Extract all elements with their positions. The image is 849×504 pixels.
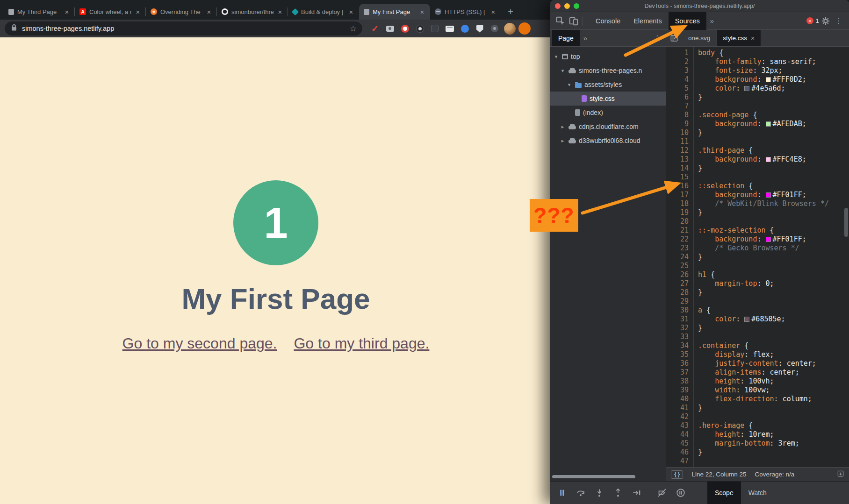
line-number[interactable]: 46 (666, 448, 693, 457)
color-swatch[interactable] (766, 237, 771, 242)
line-number[interactable]: 33 (666, 333, 693, 341)
color-swatch[interactable] (744, 317, 749, 322)
line-number[interactable]: 32 (666, 324, 693, 333)
error-badge[interactable]: 1 (806, 17, 819, 24)
line-number[interactable]: 35 (666, 350, 693, 359)
tree-item-style-css[interactable]: style.css (550, 92, 666, 106)
line-number[interactable]: 23 (666, 244, 693, 253)
devtools-tab-elements[interactable]: Elements (627, 12, 668, 30)
line-number[interactable]: 28 (666, 288, 693, 297)
line-number[interactable]: 8 (666, 111, 693, 120)
annotate-check-icon[interactable] (369, 22, 381, 35)
color-swatch[interactable] (766, 192, 771, 198)
line-number[interactable]: 43 (666, 421, 693, 430)
line-number[interactable]: 31 (666, 315, 693, 324)
line-number[interactable]: 39 (666, 386, 693, 395)
line-number[interactable]: 27 (666, 279, 693, 288)
tree-item-top[interactable]: top (550, 50, 666, 64)
line-number[interactable]: 17 (666, 191, 693, 199)
card-extension-icon[interactable] (444, 22, 456, 35)
navigator-tab-page[interactable]: Page (552, 30, 580, 46)
code-editor[interactable]: 1body {2 font-family: sans-serif;3 font-… (666, 47, 849, 467)
device-toolbar-icon[interactable] (567, 14, 580, 28)
close-window-button[interactable] (555, 3, 561, 9)
disclosure-triangle[interactable] (560, 138, 566, 144)
tab-close-icon[interactable] (206, 8, 212, 16)
line-number[interactable]: 21 (666, 226, 693, 235)
line-number[interactable]: 15 (666, 173, 693, 182)
minimize-window-button[interactable] (564, 3, 570, 9)
tab-close-icon[interactable] (64, 8, 70, 16)
step-into-icon[interactable] (592, 486, 606, 500)
navigator-more-tabs-icon[interactable] (580, 34, 591, 42)
color-swatch[interactable] (766, 77, 771, 82)
line-number[interactable]: 18 (666, 199, 693, 208)
browser-tab-https-ssl-n[interactable]: HTTPS (SSL) | N (430, 4, 501, 20)
devtools-menu-icon[interactable] (832, 16, 845, 25)
more-tabs-chevron-icon[interactable] (706, 17, 718, 25)
line-number[interactable]: 10 (666, 128, 693, 137)
line-number[interactable]: 11 (666, 137, 693, 146)
deactivate-breakpoints-icon[interactable] (655, 486, 669, 500)
settings-gear-icon[interactable] (819, 14, 832, 28)
profile-avatar[interactable] (504, 22, 516, 35)
line-number[interactable]: 12 (666, 146, 693, 155)
line-number[interactable]: 44 (666, 430, 693, 439)
line-number[interactable]: 3 (666, 66, 693, 75)
dark-extension-icon[interactable] (414, 22, 426, 35)
line-number[interactable]: 25 (666, 262, 693, 270)
line-number[interactable]: 37 (666, 368, 693, 377)
tree-item-simons-three-pages-n[interactable]: simons-three-pages.n (550, 64, 666, 78)
line-number[interactable]: 2 (666, 57, 693, 66)
camera-icon[interactable] (384, 22, 396, 35)
disclosure-triangle[interactable] (560, 68, 566, 74)
tree-item-d33wubrfki0l68-cloud[interactable]: d33wubrfki0l68.cloud (550, 134, 666, 148)
editor-tab-one-svg[interactable]: one.svg (682, 30, 717, 46)
bookmark-star-icon[interactable] (350, 24, 357, 34)
color-swatch[interactable] (744, 86, 749, 91)
disclosure-triangle[interactable] (553, 54, 559, 60)
line-number[interactable]: 47 (666, 457, 693, 466)
record-icon[interactable] (399, 22, 411, 35)
tab-close-icon[interactable] (348, 8, 354, 16)
tab-close-icon[interactable] (751, 35, 755, 42)
browser-tab-color-wheel-a-co[interactable]: Color wheel, a co (75, 4, 146, 20)
line-number[interactable]: 29 (666, 297, 693, 306)
line-number[interactable]: 4 (666, 75, 693, 84)
line-number[interactable]: 42 (666, 412, 693, 421)
pause-icon[interactable] (555, 486, 569, 500)
blue-dot-extension-icon[interactable] (459, 22, 471, 35)
pin-extension-icon[interactable] (489, 22, 501, 35)
line-number[interactable]: 26 (666, 270, 693, 279)
link-third-page[interactable]: Go to my third page. (294, 335, 429, 352)
sidebar-tab-scope[interactable]: Scope (707, 482, 741, 504)
browser-tab-build-deploy[interactable]: Build & deploy | (288, 4, 359, 20)
line-number[interactable]: 24 (666, 253, 693, 262)
editor-vertical-scrollbar[interactable] (844, 208, 848, 237)
tab-close-icon[interactable] (135, 8, 141, 16)
step-out-icon[interactable] (611, 486, 625, 500)
browser-tab-overriding-the-d[interactable]: Overriding The D (146, 4, 217, 20)
line-number[interactable]: 30 (666, 306, 693, 315)
step-icon[interactable] (630, 486, 644, 500)
line-number[interactable]: 13 (666, 155, 693, 164)
color-swatch[interactable] (766, 157, 771, 162)
step-over-icon[interactable] (574, 486, 588, 500)
line-number[interactable]: 38 (666, 377, 693, 386)
line-number[interactable]: 16 (666, 182, 693, 191)
zoom-window-button[interactable] (574, 3, 579, 9)
navigator-horizontal-scrollbar[interactable] (552, 475, 635, 478)
line-number[interactable]: 36 (666, 359, 693, 368)
navigator-menu-icon[interactable] (651, 34, 664, 43)
line-number[interactable]: 22 (666, 235, 693, 244)
line-number[interactable]: 6 (666, 93, 693, 102)
status-bar-icon[interactable] (837, 470, 844, 479)
tab-close-icon[interactable] (490, 8, 496, 16)
new-tab-button[interactable]: + (504, 5, 517, 18)
tree-item-index[interactable]: (index) (550, 106, 666, 120)
tree-item-assets-styles[interactable]: assets/styles (550, 78, 666, 92)
link-second-page[interactable]: Go to my second page. (122, 335, 277, 352)
clipped-extension-icon[interactable] (518, 22, 531, 35)
line-number[interactable]: 45 (666, 439, 693, 448)
line-number[interactable]: 9 (666, 120, 693, 128)
